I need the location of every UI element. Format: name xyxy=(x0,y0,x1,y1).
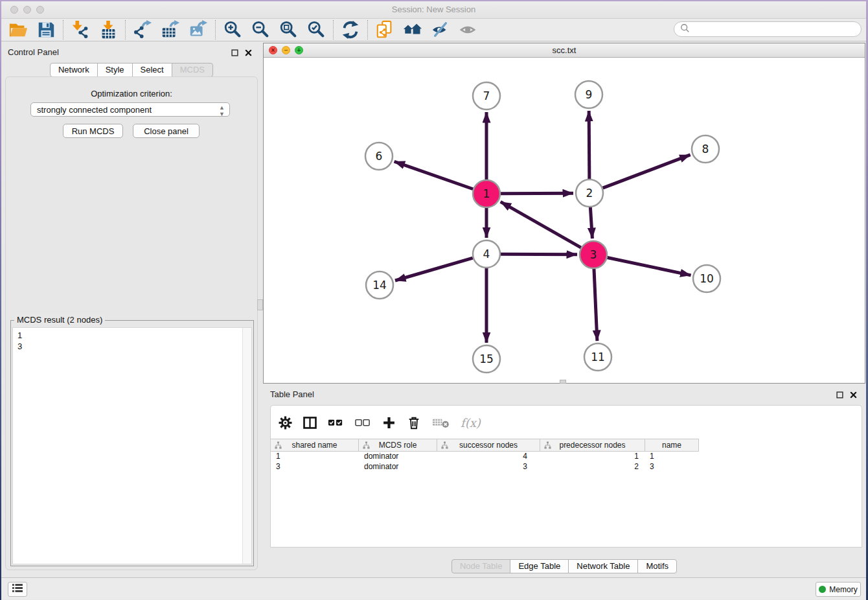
graph-edge-2-3[interactable] xyxy=(590,207,592,238)
cell-mcds-role[interactable]: dominator xyxy=(359,462,437,471)
show-all-icon[interactable] xyxy=(459,20,478,40)
hide-selected-icon[interactable] xyxy=(431,20,450,40)
table-header-row: shared nameMCDS rolesuccessor nodesprede… xyxy=(271,439,699,452)
table-row[interactable]: 3dominator323 xyxy=(271,461,861,472)
zoom-out-icon[interactable] xyxy=(251,20,270,40)
column-panel-icon[interactable] xyxy=(303,417,317,429)
apply-layout-icon[interactable] xyxy=(341,20,360,40)
close-panel-button[interactable]: Close panel xyxy=(133,124,200,138)
optimization-criterion-label: Optimization criterion: xyxy=(1,89,262,98)
search-field[interactable] xyxy=(674,21,862,37)
graph-node-label-9: 9 xyxy=(586,88,593,101)
optimization-dropdown[interactable]: strongly connected component ▲▼ xyxy=(30,102,230,117)
cell-predecessor-nodes[interactable]: 1 xyxy=(540,452,645,461)
column-fn-icon xyxy=(441,441,448,451)
cell-name[interactable]: 1 xyxy=(645,452,699,461)
window-title: Session: New Session xyxy=(1,5,866,14)
cell-successor-nodes[interactable]: 4 xyxy=(437,452,540,461)
list-icon xyxy=(12,583,23,595)
delete-table-icon[interactable] xyxy=(432,416,450,429)
import-network-icon[interactable] xyxy=(71,20,90,40)
zoom-selected-icon[interactable] xyxy=(306,20,326,40)
column-header-name[interactable]: name xyxy=(645,439,699,451)
cell-shared-name[interactable]: 3 xyxy=(271,462,359,471)
graph-edge-3-11[interactable] xyxy=(594,269,597,341)
network-resize-handle[interactable] xyxy=(560,380,566,384)
task-history-button[interactable] xyxy=(8,582,27,597)
table-toolbar: f(x) xyxy=(279,410,481,435)
column-header-mcds-role[interactable]: MCDS role xyxy=(359,439,437,451)
table-settings-icon[interactable] xyxy=(279,416,292,430)
float-panel-icon[interactable] xyxy=(231,47,239,55)
export-network-icon[interactable] xyxy=(133,20,152,40)
mcds-result-area[interactable]: 13 xyxy=(12,327,252,564)
column-header-predecessor-nodes[interactable]: predecessor nodes xyxy=(540,439,645,451)
column-fn-icon xyxy=(275,441,282,451)
cell-name[interactable]: 3 xyxy=(645,462,699,471)
cell-shared-name[interactable]: 1 xyxy=(271,452,359,461)
network-window-titlebar[interactable]: × – + scc.txt xyxy=(264,43,865,58)
network-canvas[interactable]: 7968124314101511 xyxy=(264,58,865,383)
run-mcds-button[interactable]: Run MCDS xyxy=(63,124,123,138)
graph-edge-2-9[interactable] xyxy=(589,111,589,179)
mcds-result-list: 13 xyxy=(17,330,22,352)
select-all-icon[interactable] xyxy=(328,416,344,429)
tab-select[interactable]: Select xyxy=(132,63,172,77)
graph-node-label-8: 8 xyxy=(702,143,709,156)
graph-node-label-11: 11 xyxy=(591,351,605,363)
search-input[interactable] xyxy=(693,23,861,36)
table-panel-title: Table Panel xyxy=(270,389,314,399)
close-panel-icon[interactable] xyxy=(245,47,253,55)
delete-column-icon[interactable] xyxy=(407,415,421,430)
graph-edge-1-2[interactable] xyxy=(501,193,573,194)
tab-mcds[interactable]: MCDS xyxy=(172,63,213,77)
column-header-shared-name[interactable]: shared name xyxy=(271,439,359,451)
graph-edge-3-10[interactable] xyxy=(608,258,691,275)
zoom-fit-icon[interactable] xyxy=(279,20,298,40)
panel-splitter-handle[interactable] xyxy=(257,299,263,310)
cell-mcds-role[interactable]: dominator xyxy=(359,452,437,461)
open-session-icon[interactable] xyxy=(8,20,28,40)
memory-button[interactable]: Memory xyxy=(816,582,861,597)
graph-edge-4-14[interactable] xyxy=(395,258,473,281)
float-table-panel-icon[interactable] xyxy=(836,389,844,397)
memory-status-icon xyxy=(819,586,826,593)
tab-style[interactable]: Style xyxy=(97,63,133,77)
control-panel-tabs: NetworkStyleSelectMCDS xyxy=(1,63,262,77)
tab-edge-table[interactable]: Edge Table xyxy=(510,559,569,573)
tab-motifs[interactable]: Motifs xyxy=(637,559,677,573)
export-table-icon[interactable] xyxy=(161,20,180,40)
table-tabs: Node TableEdge TableNetwork TableMotifs xyxy=(263,559,865,573)
node-table: f(x) shared nameMCDS rolesuccessor nodes… xyxy=(270,405,862,548)
network-window-title: scc.txt xyxy=(264,45,865,55)
save-session-icon[interactable] xyxy=(36,20,56,40)
graph-edge-4-3[interactable] xyxy=(501,254,577,255)
search-icon xyxy=(680,23,690,36)
graph-edge-2-8[interactable] xyxy=(603,155,691,188)
cell-predecessor-nodes[interactable]: 2 xyxy=(540,462,645,471)
zoom-in-icon[interactable] xyxy=(223,20,242,40)
export-image-icon[interactable] xyxy=(188,20,208,40)
table-row[interactable]: 1dominator411 xyxy=(271,451,861,461)
clone-network-icon[interactable] xyxy=(375,20,394,40)
close-table-panel-icon[interactable] xyxy=(850,389,858,397)
add-column-icon[interactable] xyxy=(382,416,396,430)
cell-successor-nodes[interactable]: 3 xyxy=(437,462,540,471)
graph-edge-1-6[interactable] xyxy=(394,161,474,189)
first-neighbors-icon[interactable] xyxy=(403,20,422,40)
graph-node-label-3: 3 xyxy=(590,248,597,261)
graph-node-label-14: 14 xyxy=(372,279,387,292)
dropdown-stepper-icon: ▲▼ xyxy=(219,104,225,117)
tab-network[interactable]: Network xyxy=(50,63,98,77)
mcds-result-box: MCDS result (2 nodes) 13 xyxy=(10,320,254,566)
function-builder-icon[interactable]: f(x) xyxy=(461,416,481,430)
tab-node-table[interactable]: Node Table xyxy=(451,559,511,573)
import-table-icon[interactable] xyxy=(98,20,118,40)
network-view-window: × – + scc.txt 7968124314101511 xyxy=(263,43,865,384)
graph-edge-3-1[interactable] xyxy=(501,202,581,248)
column-header-successor-nodes[interactable]: successor nodes xyxy=(437,439,540,451)
deselect-all-icon[interactable] xyxy=(355,416,371,429)
mcds-result-scrollbar[interactable] xyxy=(242,328,251,564)
column-fn-icon xyxy=(544,441,551,451)
tab-network-table[interactable]: Network Table xyxy=(568,559,638,573)
